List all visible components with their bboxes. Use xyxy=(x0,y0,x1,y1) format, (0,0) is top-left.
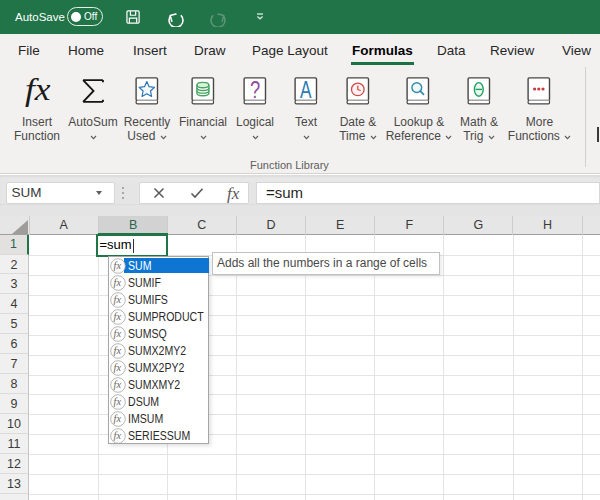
svg-text:fx: fx xyxy=(113,396,121,407)
svg-text:fx: fx xyxy=(25,74,51,107)
svg-text:fx: fx xyxy=(113,311,121,322)
svg-text:fx: fx xyxy=(113,294,121,305)
svg-text:fx: fx xyxy=(113,362,121,373)
svg-text:fx: fx xyxy=(113,430,121,441)
svg-text:?: ? xyxy=(250,77,260,102)
svg-text:fx: fx xyxy=(113,345,121,356)
svg-text:fx: fx xyxy=(113,277,121,288)
svg-text:fx: fx xyxy=(113,379,121,390)
svg-text:fx: fx xyxy=(113,413,121,424)
svg-text:A: A xyxy=(300,77,312,102)
svg-text:fx: fx xyxy=(113,328,121,339)
svg-text:fx: fx xyxy=(113,260,121,271)
